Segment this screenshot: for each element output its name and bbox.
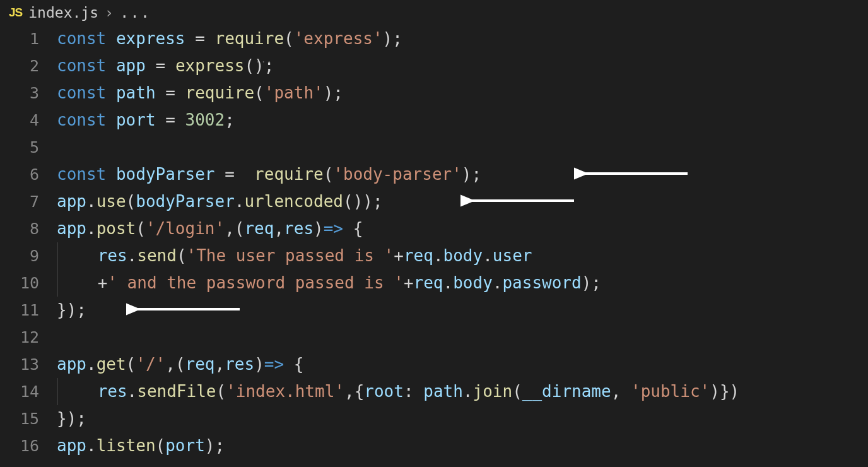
line-number: 1 [0,25,39,52]
line-number: 16 [0,432,39,459]
code-line[interactable]: const bodyParser = require('body-parser'… [57,161,868,188]
code-line[interactable]: app.post('/login',(req,res)=> { [57,215,868,242]
breadcrumb[interactable]: JS index.js › ... [0,0,868,25]
line-number: 10 [0,269,39,297]
line-number: 15 [0,405,39,432]
code-line[interactable]: res.send('The user passed is '+req.body.… [57,242,868,269]
line-number: 3 [0,80,39,107]
code-editor[interactable]: 1 2 3 4 5 6 7 8 9 10 11 12 13 14 15 16 c… [0,25,868,459]
line-number-gutter: 1 2 3 4 5 6 7 8 9 10 11 12 13 14 15 16 [0,25,57,459]
breadcrumb-dots[interactable]: ... [120,4,151,21]
line-number: 9 [0,242,39,269]
code-line[interactable]: app.use(bodyParser.urlencoded()); [57,188,868,215]
line-number: 6 [0,161,39,188]
code-line[interactable] [57,134,868,161]
line-number: 14 [0,378,39,405]
line-number: 13 [0,351,39,378]
annotation-arrow-icon [574,167,691,180]
code-line[interactable]: }); [57,405,868,432]
code-line[interactable]: +' and the password passed is '+req.body… [57,269,868,297]
line-number: 11 [0,297,39,324]
line-number: 7 [0,188,39,215]
breadcrumb-file-name[interactable]: index.js [28,4,98,21]
code-line[interactable] [57,324,868,351]
code-line[interactable]: }); [57,297,868,324]
line-number: 12 [0,324,39,351]
line-number: 5 [0,134,39,161]
code-line[interactable]: app.get('/',(req,res)=> { [57,351,868,378]
code-line[interactable]: const path = require('path'); [57,80,868,107]
line-number: 4 [0,107,39,134]
code-area[interactable]: const express = require('express');... c… [57,25,868,459]
chevron-right-icon: › [105,4,114,21]
code-line[interactable]: app.listen(port); [57,432,868,459]
js-file-icon: JS [9,6,22,20]
code-line[interactable]: const express = require('express');... [57,25,868,52]
code-line[interactable]: const port = 3002; [57,107,868,134]
code-line[interactable]: const app = express(); [57,52,868,80]
code-line[interactable]: res.sendFile('index.html',{root: path.jo… [57,378,868,405]
annotation-arrow-icon [126,303,243,316]
annotation-arrow-icon [460,194,577,207]
line-number: 2 [0,52,39,80]
line-number: 8 [0,215,39,242]
